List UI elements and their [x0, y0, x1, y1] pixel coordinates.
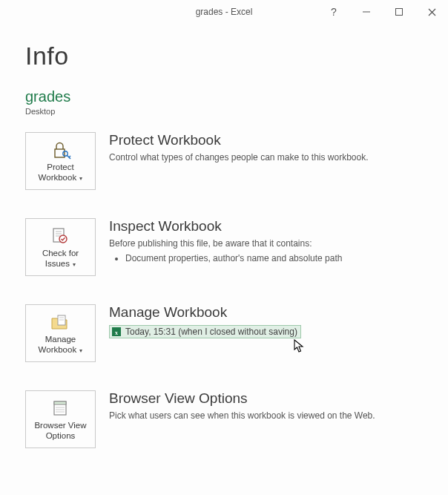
svg-rect-1 — [396, 9, 403, 16]
inspect-body: Inspect Workbook Before publishing this … — [109, 218, 423, 265]
svg-line-7 — [69, 156, 70, 157]
protect-desc: Control what types of changes people can… — [109, 151, 423, 164]
section-browser: Browser View Options Browser View Option… — [25, 390, 423, 448]
chevron-down-icon: ▾ — [71, 261, 76, 268]
title-bar: grades - Excel ? — [0, 0, 448, 24]
protect-heading: Protect Workbook — [109, 132, 423, 148]
window-controls: ? — [322, 0, 448, 24]
close-button[interactable] — [415, 0, 448, 24]
check-for-issues-button[interactable]: Check for Issues ▾ — [25, 218, 96, 276]
lock-key-icon — [50, 140, 71, 161]
protect-tile-label: Protect Workbook ▾ — [39, 163, 83, 183]
protect-workbook-button[interactable]: Protect Workbook ▾ — [25, 132, 96, 190]
browser-desc: Pick what users can see when this workbo… — [109, 410, 423, 422]
maximize-button[interactable] — [383, 0, 415, 24]
svg-rect-19 — [54, 401, 66, 404]
version-label: Today, 15:31 (when I closed without savi… — [125, 327, 297, 337]
excel-file-icon: x — [111, 327, 122, 337]
protect-body: Protect Workbook Control what types of c… — [109, 132, 423, 164]
list-item: Document properties, author's name and a… — [125, 253, 423, 263]
section-manage: Manage Workbook ▾ Manage Workbook x Toda… — [25, 304, 423, 362]
window-title: grades - Excel — [196, 7, 253, 17]
minimize-button[interactable] — [350, 0, 383, 24]
browser-view-options-button[interactable]: Browser View Options — [25, 390, 96, 448]
manage-folder-icon — [50, 312, 71, 333]
browser-view-icon — [51, 399, 70, 419]
document-location: Desktop — [25, 107, 423, 116]
help-button[interactable]: ? — [322, 0, 346, 24]
autorecovered-version-item[interactable]: x Today, 15:31 (when I closed without sa… — [109, 325, 301, 338]
chevron-down-icon: ▾ — [78, 347, 82, 354]
browser-body: Browser View Options Pick what users can… — [109, 390, 423, 422]
maximize-icon — [395, 8, 403, 16]
inspect-desc: Before publishing this file, be aware th… — [109, 237, 423, 250]
section-inspect: Check for Issues ▾ Inspect Workbook Befo… — [25, 218, 423, 276]
manage-tile-label: Manage Workbook ▾ — [39, 335, 83, 355]
inspect-heading: Inspect Workbook — [109, 218, 423, 235]
page-title: Info — [25, 42, 423, 71]
svg-text:x: x — [115, 330, 118, 336]
browser-tile-label: Browser View Options — [34, 421, 86, 442]
inspect-tile-label: Check for Issues ▾ — [42, 249, 79, 269]
section-protect: Protect Workbook ▾ Protect Workbook Cont… — [25, 132, 423, 190]
manage-heading: Manage Workbook — [109, 304, 423, 321]
chevron-down-icon: ▾ — [78, 175, 82, 182]
manage-workbook-button[interactable]: Manage Workbook ▾ — [25, 304, 96, 362]
minimize-icon — [363, 8, 370, 16]
manage-body: Manage Workbook x Today, 15:31 (when I c… — [109, 304, 423, 340]
close-icon — [428, 8, 436, 16]
document-name: grades — [25, 88, 423, 105]
content-area: Info grades Desktop Protect Workbook ▾ P… — [0, 24, 448, 463]
inspect-issues-list: Document properties, author's name and a… — [125, 253, 423, 263]
browser-heading: Browser View Options — [109, 390, 423, 407]
inspect-document-icon — [51, 226, 70, 247]
